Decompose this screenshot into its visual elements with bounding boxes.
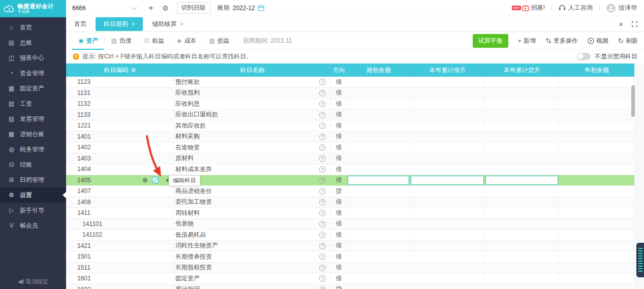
tabbar: 首页 科目期初× 辅助核算× × [66,16,644,32]
help-icon[interactable]: ? [319,275,326,282]
subtab-assets[interactable]: ◉资产 [72,32,104,50]
table-row[interactable]: 1221 ⊕ 编辑科目 其他应收款 ? 借 [66,120,634,132]
help-icon[interactable]: ? [319,286,326,289]
refresh-button[interactable]: ↻刷新 [618,37,638,45]
fullscreen-icon[interactable] [632,21,637,27]
ytd-credit-input[interactable] [485,176,558,185]
tab-account-opening[interactable]: 科目期初× [96,17,143,31]
ytd-debit-input[interactable] [411,176,484,185]
help-icon[interactable]: ? [319,199,326,206]
help-icon[interactable]: ? [319,210,326,216]
close-all-icon[interactable]: × [619,20,623,28]
table-row[interactable]: 1408 ⊕ 编辑科目 委托加工物资 ? 借 [66,197,634,208]
table-row[interactable]: 1602 ⊕ 编辑科目 累计折旧 ? 贷 [66,284,634,289]
more-actions-icon [545,38,551,44]
table-row[interactable]: 1404 ⊕ 编辑科目 材料成本差异 ? 借 [66,164,634,175]
table-row[interactable]: 1511 ⊕ 编辑科目 长期股权投资 ? 借 [66,263,634,274]
account-code: 1408 [77,199,91,206]
table-row[interactable]: 1405 ⊕ 编辑科目 库存商品 ? 借 [66,175,634,186]
add-button[interactable]: +新增 [518,37,536,45]
table-row[interactable]: 1421 ⊕ 编辑科目 消耗性生物资产 ? 借 [66,241,634,252]
table-row[interactable]: 141101 ⊕ 编辑科目 包装物 ? 借 [66,219,634,230]
calendar-icon[interactable] [258,5,264,11]
help-icon[interactable]: ? [319,232,326,238]
gear-icon[interactable]: ⚙ [162,4,169,12]
account-name: 消耗性生物资产 [175,241,218,250]
help-icon[interactable]: ? [319,134,326,140]
subtab-cost[interactable]: ◈成本 [171,32,202,50]
help-icon[interactable]: ? [319,265,326,271]
help-icon[interactable]: ? [319,177,326,184]
table-row[interactable]: 1601 ⊕ 编辑科目 固定资产 ? 借 [66,273,634,284]
add-sub-account-icon[interactable]: ⊕ [142,176,148,184]
sidebar-item-closing[interactable]: ⊟ 结账 [0,157,66,172]
switch-old-version-button[interactable]: 切到旧版 [177,2,210,14]
col-code: 科目编码 [104,66,129,75]
help-icon[interactable]: ? [319,101,326,107]
table-row[interactable]: 1407 ⊕ 编辑科目 商品进销差价 ? 贷 [66,186,634,197]
sidebar-item-report-center[interactable]: ◫ 报表中心 [0,50,66,66]
sidebar-item-member[interactable]: Ⅴ 畅会员 [0,218,66,233]
username[interactable]: 徐泽华 [619,4,637,12]
recruit-link[interactable]: 招募! [531,4,545,12]
sidebar-item-archive[interactable]: ⊞ 归档管理 [0,172,66,187]
help-icon[interactable]: ? [319,144,326,151]
table-row[interactable]: 1131 ⊕ 编辑科目 应收股利 ? 借 [66,88,634,99]
table-row[interactable]: 1403 ⊕ 编辑科目 原材料 ? 借 [66,153,634,165]
sidebar-item-guide[interactable]: ▷ 新手引导 [0,203,66,218]
help-icon[interactable]: ? [319,188,326,195]
table-row[interactable]: 1132 ⊕ 编辑科目 应收利息 ? 借 [66,99,634,110]
help-icon[interactable]: ? [319,166,326,173]
sidebar-item-funds[interactable]: ◔ 资金管理 [0,66,66,81]
subtab-liabilities[interactable]: ▤负债 [105,32,137,50]
live-tv-icon[interactable] [522,5,529,11]
help-icon[interactable]: ? [319,155,326,162]
table-row[interactable]: 1133 ⊕ 编辑科目 应收出口退税款 ? 借 [66,110,634,121]
sidebar-item-fixed-assets[interactable]: ▦ 固定资产 [0,81,66,96]
column-settings-icon[interactable]: ⚙ [131,67,136,74]
trial-balance-button[interactable]: 试算平衡 [473,34,508,48]
help-icon[interactable]: ? [319,221,326,228]
support-link[interactable]: 人工咨询 [568,4,593,12]
table-row[interactable]: 1411 ⊕ 编辑科目 周转材料 ? 借 [66,208,634,219]
sidebar-item-purchase-sales[interactable]: ▩ 进销台账 [0,126,66,142]
beginning-balance-cell [559,88,634,99]
tab-auxiliary[interactable]: 辅助核算× [145,16,190,32]
close-icon[interactable]: × [180,21,183,27]
floating-helper-widget[interactable] [636,243,644,277]
sidebar-item-payroll[interactable]: ▧ 工资 [0,96,66,111]
help-icon[interactable]: ? [319,112,326,118]
sidebar-item-tax[interactable]: ◍ 税务管理 [0,142,66,157]
avatar[interactable] [606,4,616,13]
table-row[interactable]: 1402 ⊕ 编辑科目 在途物资 ? 借 [66,142,634,153]
hide-disabled-toggle[interactable] [577,53,591,60]
sidebar-item-label: 发票管理 [20,115,44,123]
table-row[interactable]: 141102 ⊕ 编辑科目 低值易耗品 ? 借 [66,230,634,241]
unpin-button[interactable]: ◀‖ 取消固定 [0,278,66,285]
table-row[interactable]: 1401 ⊕ 编辑科目 材料采购 ? 借 [66,132,634,143]
help-icon[interactable]: ? [319,253,326,260]
help-icon[interactable]: ? [319,90,326,97]
help-icon[interactable]: ? [319,79,326,85]
period-value[interactable]: 2022-12 [233,5,255,12]
vertical-scrollbar[interactable] [631,85,635,117]
add-account-button[interactable]: + [148,4,154,12]
video-button[interactable]: 视频 [588,37,608,45]
edit-account-icon[interactable] [152,177,159,183]
table-row[interactable]: 1123 ⊕ 编辑科目 预付账款 ? 借 [66,77,634,88]
sidebar-item-settings[interactable]: ⚙ 设置 [0,187,66,203]
subtab-profit-loss[interactable]: ▨损益 [203,32,235,50]
sidebar-item-ledger[interactable]: ▤ 总账 [0,35,66,50]
tab-home[interactable]: 首页 [67,16,94,32]
sidebar-item-invoice[interactable]: ▨ 发票管理 [0,111,66,126]
help-icon[interactable]: ? [319,122,326,129]
opening-balance-input[interactable] [348,176,409,185]
help-icon[interactable]: ? [319,243,326,249]
table-row[interactable]: 1501 ⊕ 编辑科目 长期债券投资 ? 借 [66,251,634,263]
sidebar-item-label: 资金管理 [20,69,44,78]
close-icon[interactable]: × [132,21,135,27]
subtab-equity[interactable]: ⊡权益 [138,32,170,50]
more-actions-button[interactable]: 更多操作 [545,37,578,45]
sidebar-item-home[interactable]: ⌂ 首页 [0,20,66,35]
account-selector[interactable]: 6666 [69,5,139,12]
